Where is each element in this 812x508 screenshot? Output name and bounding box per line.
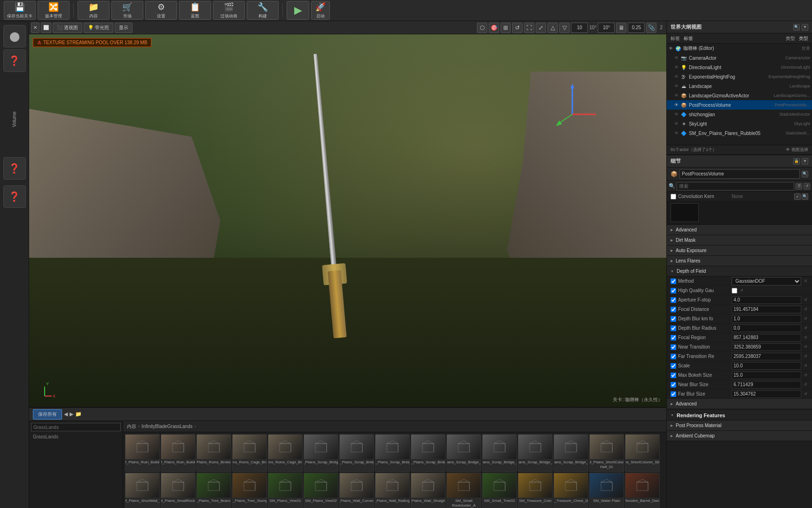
- prop-hq-reset[interactable]: ↺: [739, 288, 744, 294]
- section-auto-exposure[interactable]: Auto Exposure: [667, 246, 812, 256]
- cb-item-9[interactable]: SM_Plains_Scrap_Bridge_Rail01: [446, 434, 481, 472]
- close-viewport-btn[interactable]: ✕: [31, 23, 39, 33]
- prop-convolution-search[interactable]: 🔍: [802, 193, 808, 200]
- cinematic-button[interactable]: 🎬 过场动画: [213, 1, 245, 20]
- prop-focal-region-reset[interactable]: ↺: [803, 335, 808, 341]
- blueprint-button[interactable]: 📋 蓝图: [179, 1, 211, 20]
- settings-button[interactable]: ⚙ 设置: [145, 1, 177, 20]
- prop-depth-blur-rad-reset[interactable]: ↺: [803, 325, 808, 331]
- prop-check-focal-region[interactable]: [671, 335, 676, 341]
- play-button[interactable]: ▶: [287, 1, 309, 20]
- cb-item-21[interactable]: SM_Plains_Wall_Curved_01: [339, 473, 374, 508]
- prop-check-method[interactable]: [671, 278, 676, 284]
- prop-check-depth-blur-km[interactable]: [671, 316, 676, 322]
- vp-icon-perspective[interactable]: ⬡: [477, 23, 487, 33]
- prop-check-max-bokeh[interactable]: [671, 373, 676, 378]
- wo-item-dirlight[interactable]: 👁 💡 DirectionalLight DirectionalLight: [667, 63, 812, 72]
- prop-check-convolution[interactable]: [671, 194, 676, 199]
- cb-item-15[interactable]: SM_Plains_ShortWall_01: [125, 473, 160, 508]
- vp-icon-move[interactable]: ⤢: [536, 23, 546, 33]
- prop-check-focal-dist[interactable]: [671, 307, 676, 312]
- vp-icon-grid[interactable]: 🎯: [489, 23, 499, 33]
- dp-filter-btn[interactable]: ☰: [796, 183, 802, 190]
- version-button[interactable]: 🔀 版本管理: [38, 1, 70, 20]
- section-rendering-features[interactable]: Rendering Features: [667, 410, 812, 421]
- prop-check-far-transition[interactable]: [671, 354, 676, 359]
- prop-near-blur-reset[interactable]: ↺: [803, 382, 808, 388]
- cb-item-6[interactable]: SM_Plains_Scrap_Bridge1: [339, 434, 374, 472]
- prop-max-bokeh-reset[interactable]: ↺: [803, 373, 808, 378]
- vp-icon-bookmarks[interactable]: 📎: [646, 23, 656, 33]
- dp-name-btn[interactable]: 🔍: [802, 171, 808, 177]
- wo-item-camera[interactable]: 👁 📷 CameraActor CameraActor: [667, 53, 812, 63]
- degrees-input[interactable]: [598, 23, 615, 33]
- prop-aperture-input[interactable]: [732, 296, 801, 304]
- cb-item-7[interactable]: SM_Plains_Scrap_Bridge2: [375, 434, 410, 472]
- prop-check-far-blur[interactable]: [671, 391, 676, 397]
- market-button[interactable]: 🛒 市场: [111, 1, 143, 20]
- prop-near-transition-input[interactable]: [732, 343, 801, 351]
- wo-view-selected-btn[interactable]: 👁 视图选择: [786, 147, 808, 153]
- prop-hq-checkbox[interactable]: [732, 288, 737, 294]
- prop-depth-blur-km-reset[interactable]: ↺: [803, 316, 808, 322]
- dp-name-input[interactable]: [679, 169, 800, 179]
- dp-options-btn[interactable]: ▼: [802, 158, 808, 165]
- wo-item-ppv[interactable]: 👁 📦 PostProcessVolume PostProcessVolu...: [667, 100, 812, 110]
- wo-item-sm-flares[interactable]: 👁 🔷 SM_Env_Plains_Flares_Rubble05 Static…: [667, 128, 812, 138]
- vp-icon-angle[interactable]: △: [547, 23, 558, 33]
- vp-icon-camera2[interactable]: ⛶: [524, 23, 534, 33]
- cb-item-5[interactable]: SM_Plains_Scrap_Bridge_2: [304, 434, 338, 472]
- prop-far-blur-reset[interactable]: ↺: [803, 391, 808, 397]
- section-advanced[interactable]: Advanced: [667, 225, 812, 235]
- cb-item-4[interactable]: SM_Plains_Ruins_Cage_Bridge_01: [268, 434, 303, 472]
- prop-far-transition-reset[interactable]: ↺: [803, 354, 808, 359]
- prop-depth-blur-km-input[interactable]: [732, 315, 801, 323]
- wo-search-btn[interactable]: 🔍: [793, 24, 800, 31]
- section-lens-flares[interactable]: Lens Flares: [667, 256, 812, 266]
- content-button[interactable]: 📁 内容: [78, 1, 109, 20]
- prop-focal-dist-reset[interactable]: ↺: [803, 307, 808, 312]
- prop-focal-dist-input[interactable]: [732, 306, 801, 313]
- cb-item-13[interactable]: SM_Plains_ShortColumn Half_01: [589, 434, 624, 472]
- cb-path-root[interactable]: 内容: [127, 423, 136, 430]
- cb-item-3[interactable]: SM_Plains_Ruins_Cage_Broken_01: [232, 434, 267, 472]
- prop-far-transition-input[interactable]: [732, 353, 801, 360]
- sidebar-btn-1[interactable]: ⬤: [3, 25, 26, 48]
- cb-sidebar-item-grasslands[interactable]: GrassLands: [31, 433, 121, 440]
- cb-item-25[interactable]: SM_Small_Tree02: [482, 473, 517, 508]
- dp-lock-btn[interactable]: 🔒: [793, 158, 800, 165]
- prop-check-highquality[interactable]: [671, 288, 676, 294]
- wo-item-landscape[interactable]: 👁 ⛰ Landscape Landscape: [667, 81, 812, 91]
- prop-near-blur-input[interactable]: [732, 381, 801, 389]
- cb-item-0[interactable]: SM_Plains_Ruin_Building: [125, 434, 160, 472]
- wo-item-skylight[interactable]: 👁 ☀ SkyLight SkyLight: [667, 119, 812, 128]
- cb-item-1[interactable]: SM_Plains_Ruin_Building: [161, 434, 195, 472]
- vp-icon-screen[interactable]: 🖥: [616, 23, 626, 33]
- wo-item-shizhong[interactable]: 👁 🔷 shizhongjian StaticMeshActor: [667, 110, 812, 119]
- prop-max-bokeh-input[interactable]: [732, 372, 801, 379]
- save-button[interactable]: 💾 保存当前关卡: [4, 1, 36, 20]
- section-advanced2[interactable]: Advanced: [667, 399, 812, 409]
- lit-btn[interactable]: 💡 带光照: [84, 23, 113, 33]
- cb-item-29[interactable]: SM_Wooden_Barrel_Damaged: [625, 473, 660, 508]
- wo-item-fog[interactable]: 👁 🌫 ExponentialHeightFog ExponentialHeig…: [667, 72, 812, 81]
- prop-check-scale[interactable]: [671, 363, 676, 369]
- sidebar-btn-q1[interactable]: ❓: [3, 157, 26, 180]
- dp-refresh-btn[interactable]: ↺: [804, 183, 810, 190]
- prop-far-blur-input[interactable]: [732, 390, 801, 398]
- prop-method-reset[interactable]: ↺: [803, 278, 808, 284]
- prop-scale-input[interactable]: [732, 362, 801, 370]
- cb-back-btn[interactable]: ◀ ▶ 📁: [64, 411, 82, 417]
- cb-item-10[interactable]: SM_Plains_Scrap_Bridge_Rail02: [482, 434, 517, 472]
- viewport-canvas[interactable]: ⚠ TEXTURE STREAMING POOL OVER 138.29 MB: [29, 34, 666, 407]
- build-button[interactable]: 🔧 构建: [247, 1, 279, 20]
- wo-options-btn[interactable]: ▼: [802, 24, 808, 31]
- cb-item-20[interactable]: SM_Plains_Vine02: [304, 473, 338, 508]
- prop-check-near-transition[interactable]: [671, 344, 676, 350]
- prop-check-aperture[interactable]: [671, 297, 676, 303]
- sidebar-btn-2[interactable]: ❓: [3, 49, 26, 72]
- prop-scale-reset[interactable]: ↺: [803, 363, 808, 369]
- cb-item-11[interactable]: SM_Plains_Scrap_Bridge_Rail03: [518, 434, 553, 472]
- prop-aperture-reset[interactable]: ↺: [803, 297, 808, 303]
- cb-item-24[interactable]: SM_Small Rootcluster_A: [446, 473, 481, 508]
